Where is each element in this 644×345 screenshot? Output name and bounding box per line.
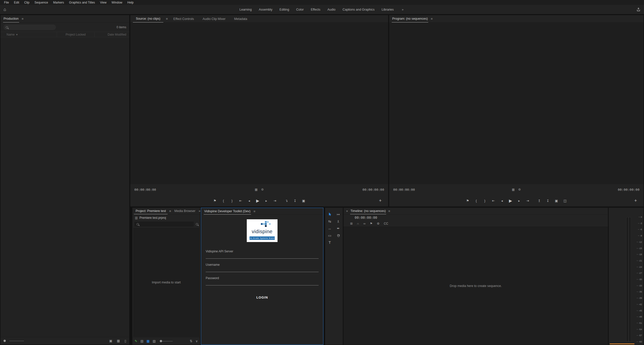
program-current-timecode[interactable]: 00:00:00:00 xyxy=(393,188,415,192)
step-forward-button[interactable]: ▸ xyxy=(264,199,269,203)
nest-toggle-button[interactable]: ⊞ xyxy=(350,222,353,225)
vidispine-panel-title[interactable]: Vidispine Developer Toolkit (Dev) xyxy=(204,208,251,215)
menu-clip[interactable]: Clip xyxy=(22,1,32,4)
step-back-button[interactable]: ◂ xyxy=(500,199,505,203)
display-settings-icon[interactable]: ▦ xyxy=(512,188,514,191)
workspace-tab-editing[interactable]: Editing xyxy=(276,8,293,11)
production-search-input[interactable] xyxy=(10,25,54,29)
add-marker-button[interactable]: ⚑ xyxy=(370,222,373,225)
timeline-settings-button[interactable]: ⚙ xyxy=(377,222,380,225)
program-panel-title[interactable]: Program: (no sequences) xyxy=(392,15,428,22)
menu-window[interactable]: Window xyxy=(109,1,125,4)
login-button[interactable]: LOGIN xyxy=(256,296,268,299)
tab-effect-controls[interactable]: Effect Controls xyxy=(170,15,197,22)
workspace-tab-audio[interactable]: Audio xyxy=(324,8,339,11)
insert-button[interactable]: ↴ xyxy=(284,199,289,203)
source-current-timecode[interactable]: 00:00:00:00 xyxy=(134,188,156,192)
workspace-tab-assembly[interactable]: Assembly xyxy=(255,8,276,11)
add-marker-button[interactable]: ⚑ xyxy=(465,199,470,203)
settings-wrench-icon[interactable]: ⚙ xyxy=(261,188,264,191)
column-project-locked[interactable]: Project Locked xyxy=(57,32,95,37)
project-file-row[interactable]: ▥ Premiere test.prproj xyxy=(132,215,200,221)
add-button[interactable]: + xyxy=(634,198,637,203)
timeline-timecode[interactable]: 00:00:00:00 xyxy=(355,216,377,220)
home-icon[interactable]: ⌂ xyxy=(4,7,6,12)
captions-button[interactable]: CC xyxy=(384,222,388,225)
workspace-tab-captions-and-graphics[interactable]: Captions and Graphics xyxy=(339,8,378,11)
tab-overflow-chevron[interactable]: » xyxy=(199,209,201,213)
panel-menu-icon[interactable]: ≡ xyxy=(22,17,24,21)
zoom-slider-track[interactable] xyxy=(9,341,24,341)
project-media-area[interactable]: Import media to start xyxy=(133,228,199,337)
tab-media-browser[interactable]: Media Browser xyxy=(173,208,197,214)
slip-tool[interactable]: ↔ xyxy=(326,225,333,232)
play-button[interactable]: ▶ xyxy=(508,198,513,203)
selection-tool[interactable] xyxy=(326,211,333,218)
list-view-button[interactable]: ▤ xyxy=(140,339,143,343)
panel-menu-icon[interactable]: ≡ xyxy=(388,209,390,213)
mark-in-button[interactable]: { xyxy=(221,199,226,203)
find-icon[interactable] xyxy=(196,223,198,225)
clear-button[interactable]: ▯ xyxy=(125,339,126,343)
close-panel-icon[interactable]: × xyxy=(346,209,348,213)
icon-view-button[interactable]: ▦ xyxy=(146,339,149,343)
tab-project-premiere-test[interactable]: Project: Premiere test xyxy=(134,208,168,214)
thumbnail-zoom-slider[interactable] xyxy=(160,340,173,342)
extract-button[interactable]: ↧ xyxy=(545,199,550,203)
panel-menu-icon[interactable]: ≡ xyxy=(254,209,256,213)
tab-metadata[interactable]: Metadata xyxy=(231,15,250,22)
project-empty-text[interactable]: Import media to start xyxy=(152,281,181,284)
workspace-tab-libraries[interactable]: Libraries xyxy=(378,8,397,11)
menu-help[interactable]: Help xyxy=(125,1,136,4)
rectangle-tool[interactable]: ▭ xyxy=(326,232,333,239)
workspace-tab-learning[interactable]: Learning xyxy=(236,8,255,11)
column-name[interactable]: Name ▾ xyxy=(1,33,57,36)
snap-toggle-button[interactable]: ∩ xyxy=(357,222,359,225)
project-writable-icon[interactable]: ✎ xyxy=(135,339,137,343)
mark-out-button[interactable]: } xyxy=(482,199,487,203)
linked-selection-button[interactable]: ∞ xyxy=(363,222,366,225)
mark-out-button[interactable]: } xyxy=(230,199,235,203)
play-button[interactable]: ▶ xyxy=(255,198,260,203)
password-field[interactable] xyxy=(206,280,319,285)
workspace-tab-color[interactable]: Color xyxy=(293,8,307,11)
menu-graphics-and-titles[interactable]: Graphics and Titles xyxy=(67,1,98,4)
project-search[interactable] xyxy=(134,222,194,227)
new-item-button[interactable]: ▦ xyxy=(117,339,120,343)
ripple-edit-tool[interactable]: ⇆ xyxy=(326,218,333,225)
add-button[interactable]: + xyxy=(379,198,382,203)
display-settings-icon[interactable]: ▦ xyxy=(255,188,257,191)
go-to-out-button[interactable]: ⇥ xyxy=(525,199,530,203)
new-bin-button[interactable]: ▣ xyxy=(109,339,112,343)
tab-audio-clip-mixer[interactable]: Audio Clip Mixer xyxy=(200,15,229,22)
project-search-input[interactable] xyxy=(141,222,192,226)
workspace-tab-effects[interactable]: Effects xyxy=(307,8,324,11)
menu-view[interactable]: View xyxy=(98,1,109,4)
lift-button[interactable]: ↥ xyxy=(537,199,542,203)
panel-menu-icon[interactable]: ≡ xyxy=(169,209,171,213)
production-search[interactable] xyxy=(4,24,56,30)
timeline-panel-title[interactable]: Timeline: (no sequences) xyxy=(350,208,386,214)
freeform-view-button[interactable]: ▧ xyxy=(153,339,156,343)
go-to-in-button[interactable]: ⇤ xyxy=(491,199,496,203)
comparison-view-button[interactable]: ◫ xyxy=(563,199,568,203)
username-field[interactable] xyxy=(206,267,319,272)
menu-file[interactable]: File xyxy=(2,1,11,4)
column-date-modified[interactable]: Date Modified xyxy=(95,33,129,36)
panel-menu-icon[interactable]: ≡ xyxy=(166,17,168,21)
mark-in-button[interactable]: { xyxy=(474,199,479,203)
menu-sequence[interactable]: Sequence xyxy=(32,1,51,4)
step-forward-button[interactable]: ▸ xyxy=(517,199,522,203)
track-select-forward-tool[interactable]: ↦ xyxy=(335,211,342,218)
sort-icons-button[interactable]: ⇅ xyxy=(190,339,193,343)
go-to-out-button[interactable]: ⇥ xyxy=(272,199,278,203)
new-item-menu-button[interactable]: ∨ xyxy=(195,339,198,343)
step-back-button[interactable]: ◂ xyxy=(247,199,252,203)
quick-export-icon[interactable] xyxy=(636,8,640,12)
razor-tool[interactable]: ✂ xyxy=(335,218,342,225)
menu-edit[interactable]: Edit xyxy=(11,1,22,4)
overwrite-button[interactable]: ↧ xyxy=(293,199,298,203)
panel-menu-icon[interactable]: ≡ xyxy=(431,17,433,21)
export-frame-button[interactable]: ▣ xyxy=(301,199,306,203)
pen-tool[interactable]: ✒ xyxy=(335,225,342,232)
